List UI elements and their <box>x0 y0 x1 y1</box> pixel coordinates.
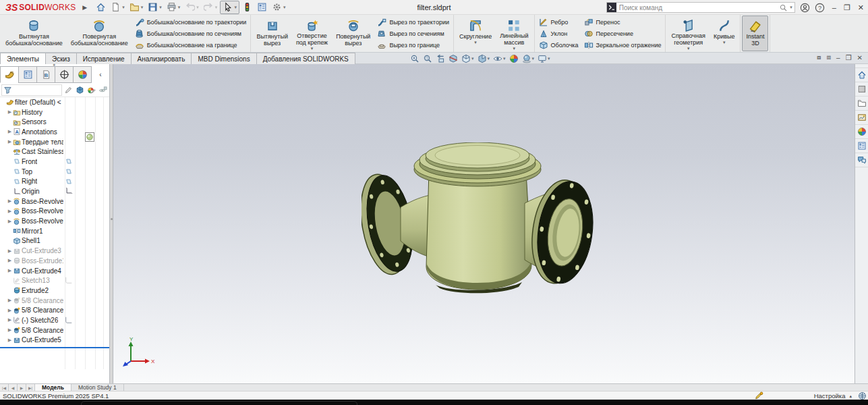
tree-filter-input[interactable] <box>1 84 62 96</box>
panel-grip-handle[interactable]: ● <box>53 63 57 66</box>
search-dropdown-icon[interactable]: ▾ <box>790 5 792 10</box>
intersect-button[interactable]: Пересечение <box>584 28 662 39</box>
hole-wizard-button[interactable]: Отверстие под крепеж▾ <box>292 16 332 51</box>
expand-arrow-icon[interactable]: ▶ <box>7 268 13 273</box>
expand-arrow-icon[interactable]: ▶ <box>7 308 13 313</box>
expand-arrow-icon[interactable]: ▶ <box>7 327 13 333</box>
expand-arrow-icon[interactable]: ▶ <box>7 129 13 134</box>
expand-arrow-icon[interactable]: ▶ <box>7 209 13 214</box>
redo-button[interactable]: ▾ <box>202 1 220 14</box>
tab-эскиз[interactable]: Эскиз <box>45 53 77 64</box>
eyecube-column-icon[interactable] <box>98 86 107 94</box>
pencil-column-icon[interactable] <box>64 86 73 94</box>
tree-item-base-revolve[interactable]: ▶Base-Revolve <box>0 196 110 207</box>
section-view-button[interactable] <box>447 54 459 63</box>
save-button[interactable]: ▾ <box>146 1 164 14</box>
tree-item-cast-stainless-ste[interactable]: Cast Stainless Ste <box>0 146 110 157</box>
reference-geometry-button[interactable]: Справочная геометрия▾ <box>667 16 709 51</box>
design-library-tab[interactable] <box>855 82 868 97</box>
open-button[interactable]: ▾ <box>127 1 146 14</box>
tab-mbd-dimensions[interactable]: MBD Dimensions <box>191 53 256 64</box>
view-settings-button[interactable]: ▾ <box>536 54 552 63</box>
lofted-boss-base-button[interactable]: Бобышка/основание по сечениям <box>135 28 247 39</box>
boundary-boss-base-button[interactable]: Бобышка/основание на границе <box>135 39 247 51</box>
tree-item-boss-extrude1[interactable]: ▶Boss-Extrude1 <box>0 256 110 266</box>
swept-cut-button[interactable]: Вырез по траектории <box>377 16 449 28</box>
tree-item-sketch26[interactable]: ▶(-) Sketch26 <box>0 315 110 325</box>
tree-item-cut-extrude3[interactable]: ▶Cut-Extrude3 <box>0 246 110 256</box>
close-button[interactable]: ✕ <box>858 3 864 12</box>
panel-collapse-icon[interactable]: ‹ <box>91 66 110 83</box>
appearances-tab[interactable] <box>855 125 868 139</box>
customize-label[interactable]: Настройка <box>814 392 846 400</box>
file-explorer-tab[interactable] <box>855 97 868 111</box>
tree-item-boss-revolve1[interactable]: ▶Boss-Revolve1 <box>0 207 110 217</box>
expand-arrow-icon[interactable]: ▶ <box>7 198 13 204</box>
view-palette-tab[interactable] <box>855 111 868 125</box>
hide-show-items-button[interactable]: ▾ <box>492 54 507 63</box>
cubecol-column-icon[interactable] <box>76 86 84 94</box>
dropdown-icon[interactable]: ▾ <box>311 46 314 51</box>
tree-item-extrude2[interactable]: Extrude2 <box>0 286 110 296</box>
instant-3d-button[interactable]: Instant 3D <box>742 16 768 51</box>
nav-first-button[interactable]: |◀ <box>0 384 9 391</box>
select-tool-button[interactable]: ▾ <box>220 1 239 14</box>
fillet-button[interactable]: Скругление▾ <box>455 16 496 51</box>
tree-item-top[interactable]: Top <box>0 167 110 177</box>
settings-button[interactable]: ▾ <box>270 1 288 14</box>
tab-элементы[interactable]: Элементы <box>0 53 46 64</box>
options-list-button[interactable] <box>255 1 269 14</box>
rebuild-button[interactable] <box>240 1 254 14</box>
rollback-bar[interactable] <box>0 347 109 348</box>
tree-item-5-8-clearance-ho[interactable]: ▶5/8 Clearance Ho <box>0 305 110 315</box>
appearance-swatch[interactable] <box>85 132 94 142</box>
lofted-cut-button[interactable]: Вырез по сечениям <box>377 28 449 39</box>
expand-arrow-icon[interactable]: ▶ <box>7 258 13 263</box>
minimize-button[interactable]: – <box>832 3 836 12</box>
nav-prev-button[interactable]: ◀ <box>9 384 18 391</box>
search-icon[interactable] <box>779 3 788 12</box>
model-tab-модель[interactable]: Модель <box>35 384 71 391</box>
dropdown-icon[interactable]: ▾ <box>723 40 726 45</box>
help-icon[interactable]: ? <box>815 3 825 13</box>
expand-arrow-icon[interactable]: ▶ <box>7 298 13 303</box>
tree-item-5-8-clearance-ho[interactable]: ▶5/8 Clearance Ho <box>0 325 110 335</box>
tree-item-history[interactable]: ▶History <box>0 107 110 117</box>
rib-button[interactable]: Ребро <box>539 16 579 28</box>
extruded-boss-base-button[interactable]: Вытянутая бобышка/основание <box>1 16 67 51</box>
expand-arrow-icon[interactable]: ▶ <box>7 109 13 115</box>
doc-restore-button[interactable]: ❐ <box>846 54 852 61</box>
tree-item-right[interactable]: Right <box>0 177 110 187</box>
pane-next-button[interactable]: ⧈ <box>827 53 831 61</box>
tab-анализировать[interactable]: Анализировать <box>131 53 192 64</box>
restore-button[interactable]: ❐ <box>844 3 850 12</box>
tree-item-sensors[interactable]: Sensors <box>0 117 110 127</box>
configurationmanager-tab[interactable]: Β <box>36 66 55 83</box>
print-button[interactable]: ▾ <box>165 1 183 14</box>
doc-minimize-button[interactable]: – <box>836 54 840 61</box>
user-account-icon[interactable] <box>800 3 810 13</box>
tree-item-sketch13[interactable]: Sketch13 <box>0 275 110 286</box>
expand-arrow-icon[interactable]: ▶ <box>7 317 13 323</box>
command-search[interactable]: ▾ <box>606 2 795 13</box>
search-input[interactable] <box>616 4 779 11</box>
swept-boss-base-button[interactable]: Бобышка/основание по траектории <box>135 16 247 28</box>
part-model[interactable] <box>361 142 594 304</box>
dropdown-icon[interactable]: ▾ <box>474 40 477 45</box>
display-style-button[interactable]: ▾ <box>476 54 492 63</box>
apply-scene-button[interactable]: ▾ <box>521 54 536 63</box>
doc-close-button[interactable]: ✕ <box>857 54 863 61</box>
tree-item-front[interactable]: Front <box>0 157 110 167</box>
shell-button[interactable]: Оболочка <box>539 39 579 51</box>
dropdown-icon[interactable]: ▾ <box>687 46 690 51</box>
tree-item-cut-extrude5[interactable]: ▶Cut-Extrude5 <box>0 335 110 346</box>
customize-caret-icon[interactable]: ▴ <box>849 394 852 399</box>
tree-item-origin[interactable]: Origin <box>0 186 110 196</box>
resources-tab[interactable] <box>855 68 868 82</box>
view-orientation-button[interactable]: ▾ <box>460 54 475 63</box>
expand-arrow-icon[interactable]: ▶ <box>7 338 13 343</box>
expand-arrow-icon[interactable]: ▶ <box>7 139 13 144</box>
tree-item-5-8-clearance-ho[interactable]: ▶5/8 Clearance Ho <box>0 296 110 306</box>
graphics-viewport[interactable]: Y X <box>113 64 855 383</box>
extruded-cut-button[interactable]: Вытянутый вырез <box>252 16 292 51</box>
